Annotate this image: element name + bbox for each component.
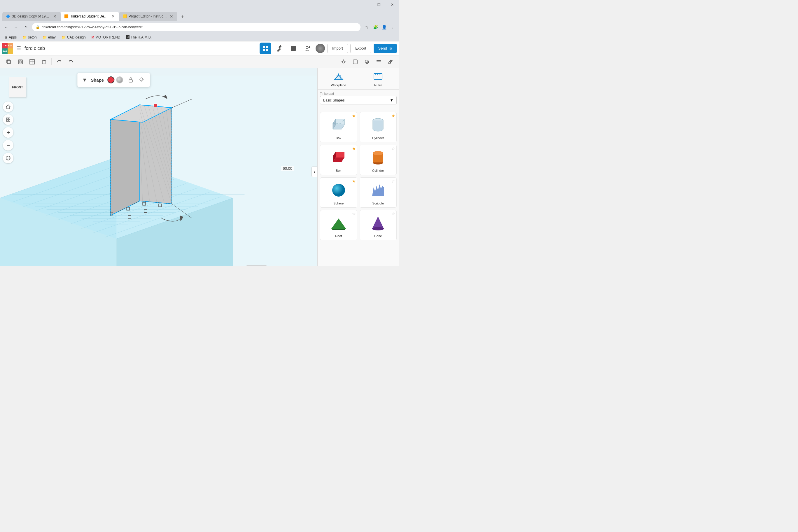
panel-collapse-arrow[interactable]: › <box>311 167 317 177</box>
fit-view-button[interactable] <box>3 114 14 125</box>
bookmark-cad-design[interactable]: 📁 CAD design <box>59 35 88 40</box>
color-swatch-gray[interactable] <box>116 76 123 83</box>
profile-button[interactable]: 👤 <box>380 23 388 31</box>
url-bar[interactable]: 🔒 tinkercad.com/things/ItNPTvPowcJ-copy-… <box>32 23 361 31</box>
shape-item-sphere[interactable]: ★ <box>320 177 357 208</box>
ungroup-button[interactable] <box>27 57 37 67</box>
tinkercad-logo: TIN KER CAD <box>2 43 13 54</box>
ruler-button[interactable]: Ruler <box>360 71 397 87</box>
rotate-3d-button[interactable] <box>3 153 14 163</box>
bookmark-seton[interactable]: 📁 seton <box>20 35 39 40</box>
extensions-button[interactable]: 🧩 <box>372 23 379 31</box>
tab-2[interactable]: 🟧 Tinkercad Student Design Conte... ✕ <box>61 12 119 21</box>
svg-marker-119 <box>336 119 344 125</box>
motortrend-icon: M <box>92 36 94 39</box>
align-button[interactable] <box>373 57 384 67</box>
tab-3-favicon: 🟨 <box>122 14 127 18</box>
shape-circle-button[interactable] <box>362 57 372 67</box>
tab-3[interactable]: 🟨 Project Editor - Instructables ✕ <box>119 12 177 21</box>
bookmark-motortrend[interactable]: M MOTORTREND <box>89 35 123 40</box>
roof-svg <box>328 214 349 232</box>
zoom-out-button[interactable]: − <box>3 140 14 151</box>
color-swatch-red[interactable] <box>107 76 114 83</box>
logo-br <box>7 49 13 54</box>
star-roof[interactable]: ☆ <box>352 211 356 216</box>
maximize-button[interactable]: ❐ <box>372 0 385 10</box>
reload-button[interactable]: ↻ <box>22 23 30 31</box>
lock-shape-button[interactable] <box>127 76 135 84</box>
star-cylinder-wire[interactable]: ★ <box>392 113 395 118</box>
star-box-solid[interactable]: ★ <box>352 146 356 151</box>
hamburger-menu[interactable]: ☰ <box>15 44 22 53</box>
shape-colors <box>107 76 123 83</box>
shape-item-cylinder-solid[interactable]: ☆ Cylinder <box>360 145 397 175</box>
group-button[interactable] <box>15 57 26 67</box>
flip-button[interactable] <box>385 57 396 67</box>
shape-item-cone[interactable]: ☆ Cone <box>360 210 397 240</box>
shape-item-box-solid[interactable]: ★ Box <box>320 145 357 175</box>
profile-avatar[interactable] <box>316 44 325 53</box>
import-button[interactable]: Import <box>327 44 348 53</box>
star-scribble[interactable]: ☆ <box>392 179 395 184</box>
export-button[interactable]: Export <box>350 44 371 53</box>
svg-point-7 <box>306 46 308 49</box>
viewport[interactable]: FRONT ▼ Shape <box>0 68 317 266</box>
back-button[interactable]: ← <box>2 23 10 31</box>
tab-2-close[interactable]: ✕ <box>111 14 115 19</box>
bookmark-star-button[interactable]: ☆ <box>363 23 370 31</box>
cone-svg <box>368 214 388 232</box>
zoom-in-button[interactable]: + <box>3 127 14 138</box>
light-button[interactable] <box>338 57 349 67</box>
svg-marker-138 <box>372 216 384 229</box>
svg-marker-136 <box>331 218 346 229</box>
close-button[interactable]: ✕ <box>385 0 399 10</box>
star-cylinder-solid[interactable]: ☆ <box>392 146 395 151</box>
front-label: FRONT <box>9 77 26 97</box>
star-box-wire[interactable]: ★ <box>352 113 356 118</box>
menu-button[interactable]: ⋮ <box>389 23 397 31</box>
shape-thumb-box-solid <box>327 147 350 168</box>
tab-1[interactable]: 🔷 3D design Copy of 1919 c-cab b... ✕ <box>2 12 61 21</box>
build-button[interactable] <box>273 43 285 54</box>
shapes-dropdown[interactable]: Basic Shapes ▼ <box>320 96 397 104</box>
home-view-button[interactable] <box>3 101 14 112</box>
new-tab-button[interactable]: + <box>178 13 187 21</box>
workplane-button[interactable]: Workplane <box>320 71 357 87</box>
folder-icon-ebay: 📁 <box>43 35 47 39</box>
redo-button[interactable] <box>65 57 76 67</box>
shape-panel-collapse[interactable]: ▼ <box>82 77 87 83</box>
delete-button[interactable] <box>38 57 49 67</box>
tab-1-close[interactable]: ✕ <box>53 14 57 19</box>
workplane-label: Workplane <box>331 83 346 87</box>
bookmark-apps[interactable]: ⊞ Apps <box>2 35 19 40</box>
shape-item-scribble[interactable]: ☆ Scribble <box>360 177 397 208</box>
minimize-button[interactable]: — <box>359 0 372 10</box>
edit-grid-button[interactable]: Edit Grid <box>246 265 267 266</box>
svg-rect-32 <box>377 60 381 61</box>
star-cone[interactable]: ☆ <box>392 211 395 216</box>
tab-bar: 🔷 3D design Copy of 1919 c-cab b... ✕ 🟧 … <box>0 10 399 21</box>
shape-name-sphere: Sphere <box>334 202 344 205</box>
tab-2-favicon: 🟧 <box>64 14 69 18</box>
shape-outline-button[interactable] <box>350 57 361 67</box>
tab-3-close[interactable]: ✕ <box>169 14 174 19</box>
shape-item-roof[interactable]: ☆ Roof <box>320 210 357 240</box>
light-shape-button[interactable] <box>137 76 145 84</box>
bookmark-ebay[interactable]: 📁 ebay <box>40 35 58 40</box>
grid-view-button[interactable] <box>260 43 271 54</box>
send-to-button[interactable]: Send To <box>374 44 397 53</box>
forward-button[interactable]: → <box>12 23 20 31</box>
cylinder-wire-svg <box>368 116 388 134</box>
box-solid-svg <box>328 149 349 166</box>
layers-button[interactable] <box>288 43 299 54</box>
star-sphere[interactable]: ★ <box>352 179 356 184</box>
sphere-svg <box>328 182 349 199</box>
bookmark-hamb[interactable]: J The H.A.M.B. <box>124 35 154 40</box>
add-user-button[interactable] <box>302 43 313 54</box>
undo-button[interactable] <box>54 57 64 67</box>
copy-button[interactable] <box>3 57 14 67</box>
shape-item-box-wire[interactable]: ★ Box <box>320 112 357 142</box>
shape-item-cylinder-wire[interactable]: ★ Cylinder <box>360 112 397 142</box>
shapes-dropdown-text: Basic Shapes <box>323 98 344 102</box>
shape-name-roof: Roof <box>335 234 342 238</box>
